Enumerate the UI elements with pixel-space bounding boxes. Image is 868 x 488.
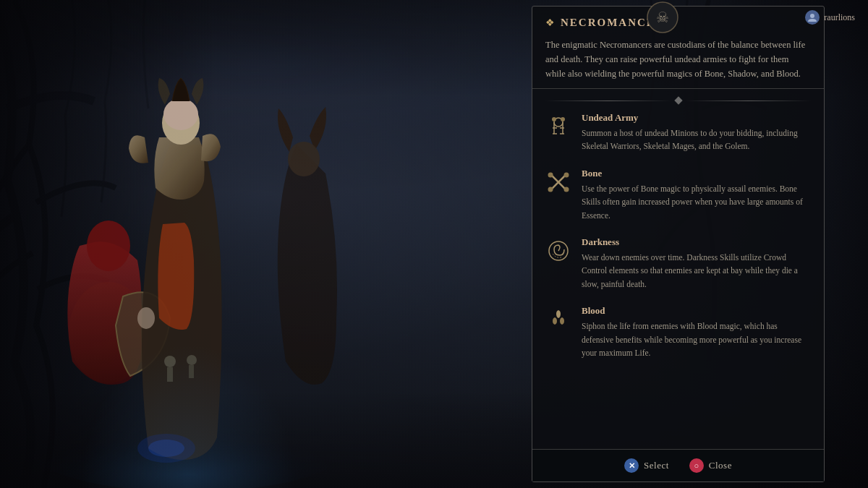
close-button[interactable]: ○ Close (689, 458, 732, 473)
select-button-icon: ✕ (624, 458, 639, 473)
ability-undead-army: Undead Army Summon a host of undead Mini… (545, 112, 811, 153)
undead-army-text: Undead Army Summon a host of undead Mini… (582, 112, 811, 153)
svg-point-22 (548, 172, 553, 177)
username-text: raurlions (824, 12, 855, 23)
close-button-icon: ○ (689, 458, 704, 473)
divider-diamond (674, 96, 682, 104)
blood-name: Blood (582, 305, 811, 317)
ability-bone: Bone Use the power of Bone magic to phys… (545, 168, 811, 222)
user-avatar-icon (805, 10, 820, 25)
svg-point-9 (288, 142, 320, 176)
characters-area (0, 0, 376, 488)
panel-header: ❖ NECROMANCER The enigmatic Necromancers… (532, 7, 824, 89)
svg-point-6 (137, 307, 155, 329)
bone-text: Bone Use the power of Bone magic to phys… (582, 168, 811, 222)
close-button-label: Close (709, 460, 732, 471)
ability-darkness: Darkness Wear down enemies over time. Da… (545, 236, 811, 291)
undead-army-icon (545, 114, 571, 140)
darkness-desc: Wear down enemies over time. Darkness Sk… (582, 251, 811, 291)
class-icon: ❖ (545, 17, 555, 29)
select-button-label: Select (644, 460, 669, 471)
select-button[interactable]: ✕ Select (624, 458, 669, 473)
info-panel: ❖ NECROMANCER The enigmatic Necromancers… (532, 6, 825, 482)
blood-desc: Siphon the life from enemies with Blood … (582, 320, 811, 359)
svg-point-19 (561, 117, 565, 121)
panel-footer: ✕ Select ○ Close (532, 449, 824, 481)
svg-point-3 (87, 221, 130, 271)
blood-text: Blood Siphon the life from enemies with … (582, 305, 811, 359)
svg-point-23 (564, 172, 569, 177)
atmospheric-glow (80, 343, 297, 488)
svg-point-24 (548, 187, 553, 192)
abilities-section: Undead Army Summon a host of undead Mini… (532, 112, 824, 449)
ability-blood: Blood Siphon the life from enemies with … (545, 305, 811, 359)
section-divider (545, 98, 811, 103)
undead-army-name: Undead Army (582, 112, 811, 124)
bone-icon (545, 169, 571, 195)
divider-line-left (545, 100, 671, 101)
svg-text:☠: ☠ (656, 9, 669, 25)
darkness-text: Darkness Wear down enemies over time. Da… (582, 236, 811, 291)
username-display: raurlions (805, 10, 855, 25)
svg-point-25 (564, 187, 569, 192)
svg-point-5 (163, 98, 198, 130)
svg-point-18 (552, 117, 556, 121)
class-description: The enigmatic Necromancers are custodian… (545, 38, 811, 81)
skull-emblem: ☠ (647, 1, 678, 33)
divider-line-right (686, 100, 812, 101)
darkness-icon (545, 238, 571, 264)
blood-icon (545, 307, 571, 333)
darkness-name: Darkness (582, 236, 811, 248)
bone-desc: Use the power of Bone magic to physicall… (582, 182, 811, 222)
class-title-row: ❖ NECROMANCER (545, 17, 811, 29)
undead-army-desc: Summon a host of undead Minions to do yo… (582, 127, 811, 153)
bone-name: Bone (582, 168, 811, 179)
svg-point-16 (810, 14, 814, 18)
